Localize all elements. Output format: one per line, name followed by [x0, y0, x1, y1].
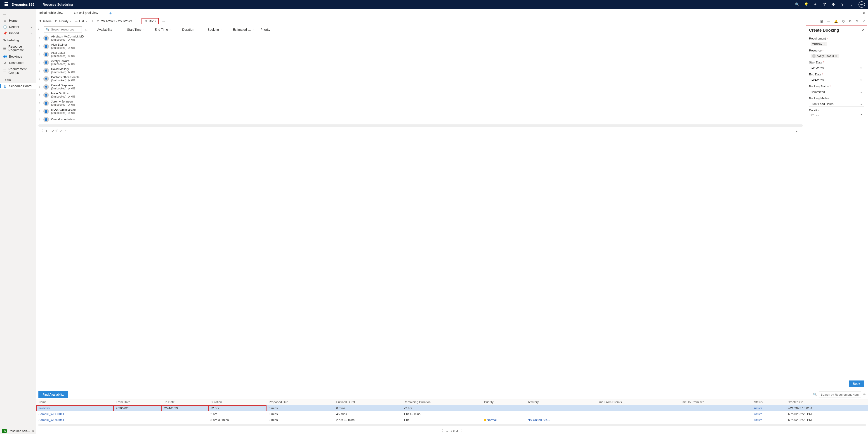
gear-icon[interactable]: ⚙ [849, 20, 852, 23]
column-header[interactable]: Name [36, 399, 114, 405]
tab[interactable]: On-call pool view⋮ [73, 9, 103, 17]
column-header[interactable]: To Date [162, 399, 208, 405]
plus-icon[interactable]: ＋ [813, 2, 817, 6]
resource-row[interactable]: 〉👤David Mallory(0m booked) ⊘ 0% [36, 67, 805, 75]
expand-icon[interactable]: 〉 [39, 45, 41, 48]
daterange-picker[interactable]: 🗓2/21/2023 - 2/27/2023 [96, 20, 132, 23]
requirement-input[interactable]: multiday✕ [809, 41, 864, 47]
search-resources-input[interactable]: 🔍 [44, 26, 82, 33]
expand-icon[interactable]: 〉 [39, 77, 41, 80]
search-field[interactable] [821, 393, 859, 396]
start-date-input[interactable]: 🗓 [809, 65, 864, 71]
list-dropdown[interactable]: ☰List⌄ [75, 20, 87, 23]
resource-row[interactable]: 〉👤Alex Baker(0m booked) ⊘ 0% [36, 51, 805, 59]
remove-tag-icon[interactable]: ✕ [824, 43, 826, 45]
expand-icon[interactable]: 〉 [39, 37, 41, 40]
next-range-icon[interactable]: 〉 [135, 19, 138, 23]
hierarchy-icon[interactable]: ⌬ [842, 20, 845, 23]
prev-range-icon[interactable]: 〈 [90, 19, 93, 23]
status-link[interactable]: Active [754, 406, 762, 410]
expand-icon[interactable]: 〉 [39, 61, 41, 64]
calendar-icon[interactable]: 🗓 [860, 78, 863, 82]
nav-resource-requirements[interactable]: ☰Resource Requireme… [0, 43, 36, 53]
requirement-tag[interactable]: multiday✕ [811, 42, 827, 46]
status-link[interactable]: Active [754, 412, 762, 416]
lightbulb-icon[interactable]: 💡 [804, 2, 808, 6]
expand-icon[interactable]: 〉 [39, 118, 41, 121]
search-field[interactable] [51, 28, 80, 31]
menu-toggle-icon[interactable] [0, 9, 36, 18]
resource-row[interactable]: 〉👤Gerald Stephens(0m booked) ⊘ 0% [36, 83, 805, 91]
refresh-icon[interactable]: ⟳ [856, 20, 859, 23]
resource-row[interactable]: 〉👤Abraham McCormick MD(0m booked) ⊘ 0% [36, 34, 805, 42]
col-estimated[interactable]: Estimated …⌄ [233, 28, 258, 31]
nav-requirement-groups[interactable]: ☰Requirement Groups [0, 66, 36, 76]
assistant-icon[interactable]: 🗨 [849, 2, 854, 6]
expand-icon[interactable]: 〉 [39, 86, 41, 89]
tab-add-button[interactable]: ＋ [108, 9, 113, 17]
book-button[interactable]: 🗓Book [142, 18, 159, 24]
next-page-icon[interactable]: 〉 [461, 429, 464, 433]
nav-home[interactable]: ⌂Home [0, 18, 36, 24]
nav-resources[interactable]: 🗂Resources [0, 60, 36, 66]
expand-toggle-icon[interactable]: 〉 [37, 28, 41, 32]
date-field[interactable] [811, 66, 860, 70]
col-booking[interactable]: Booking⌄ [208, 28, 230, 31]
date-field[interactable] [811, 78, 860, 82]
col-start-time[interactable]: Start Time⌄ [127, 28, 152, 31]
col-end-time[interactable]: End Time⌄ [155, 28, 180, 31]
more-icon[interactable]: ⋯ [162, 20, 165, 23]
booking-status-select[interactable]: Committed⌄ [809, 89, 864, 95]
expand-icon[interactable]: 〉 [39, 94, 41, 97]
horizontal-scrollbar[interactable] [38, 125, 803, 127]
toolbar-icon-1[interactable]: 🗄 [820, 20, 823, 23]
tab[interactable]: Initial public view⋮ [39, 9, 68, 17]
filter-icon[interactable]: ⧩ [822, 2, 827, 6]
column-header[interactable]: Remaining Duration [401, 399, 482, 405]
booking-method-select[interactable]: Front Load Hours⌄ [809, 101, 864, 107]
priority-link[interactable]: Normal [487, 418, 497, 422]
close-icon[interactable]: ✕ [861, 28, 864, 33]
column-header[interactable]: From Date [114, 399, 162, 405]
resource-input[interactable]: Avery Howard✕ [809, 53, 864, 59]
resource-row[interactable]: 〉👤On-call specialists [36, 115, 805, 124]
prev-page-icon[interactable]: 〈 [40, 129, 43, 133]
nav-schedule-board[interactable]: ▥Schedule Board [0, 83, 36, 89]
filters-button[interactable]: ⧩Filters [39, 19, 52, 23]
toolbar-icon-2[interactable]: ☰ [827, 20, 830, 23]
resource-row[interactable]: 〉👤Halle Griffiths(0m booked) ⊘ 0% [36, 91, 805, 99]
col-priority[interactable]: Priority⌄ [260, 28, 281, 31]
prev-page-icon[interactable]: 〈 [440, 429, 443, 433]
hourly-dropdown[interactable]: 🗓Hourly⌄ [55, 20, 71, 23]
expand-icon[interactable]: 〉 [39, 53, 41, 56]
territory-link[interactable]: NA-United Sta… [528, 418, 550, 422]
table-row[interactable]: Sample_WO139413 hrs 30 mins0 mins2 hrs 3… [36, 417, 868, 423]
column-header[interactable]: Priority [482, 399, 526, 405]
remove-tag-icon[interactable]: ✕ [835, 55, 837, 58]
gear-icon[interactable]: ⚙ [831, 2, 835, 6]
resource-row[interactable]: 〉👤Doctor's office Seattle(0m booked) ⊘ 0… [36, 75, 805, 83]
resource-tag[interactable]: Avery Howard✕ [811, 54, 839, 58]
expand-icon[interactable]: 〉 [39, 110, 41, 113]
table-row[interactable]: multiday2/20/20232/24/202372 hrs0 mins0 … [36, 405, 868, 411]
horizontal-scrollbar[interactable] [38, 424, 866, 426]
column-header[interactable]: Proposed Dur… [267, 399, 334, 405]
column-header[interactable]: Time From Promis… [595, 399, 678, 405]
resource-row[interactable]: 〉👤Alan Steiner(0m booked) ⊘ 0% [36, 42, 805, 51]
expand-icon[interactable]: 〉 [39, 69, 41, 72]
search-icon[interactable]: 🔍 [795, 2, 799, 6]
search-icon[interactable]: 🔍 [813, 393, 817, 396]
end-date-input[interactable]: 🗓 [809, 77, 864, 83]
refresh-icon[interactable]: ⟳ [863, 393, 866, 396]
name-link[interactable]: Sample_WO13941 [38, 418, 64, 422]
col-duration[interactable]: Duration⌄ [182, 28, 205, 31]
nav-pinned[interactable]: 📌Pinned⌄ [0, 30, 36, 36]
calendar-icon[interactable]: 🗓 [860, 66, 863, 70]
tab-more-icon[interactable]: ⋮ [99, 11, 103, 15]
column-header[interactable]: Time To Promised [678, 399, 752, 405]
requirement-search-input[interactable] [819, 392, 861, 397]
column-header[interactable]: Territory [526, 399, 595, 405]
nav-bookings[interactable]: 👥Bookings [0, 53, 36, 60]
status-link[interactable]: Active [754, 418, 762, 422]
expand-icon[interactable]: 〉 [39, 102, 41, 105]
